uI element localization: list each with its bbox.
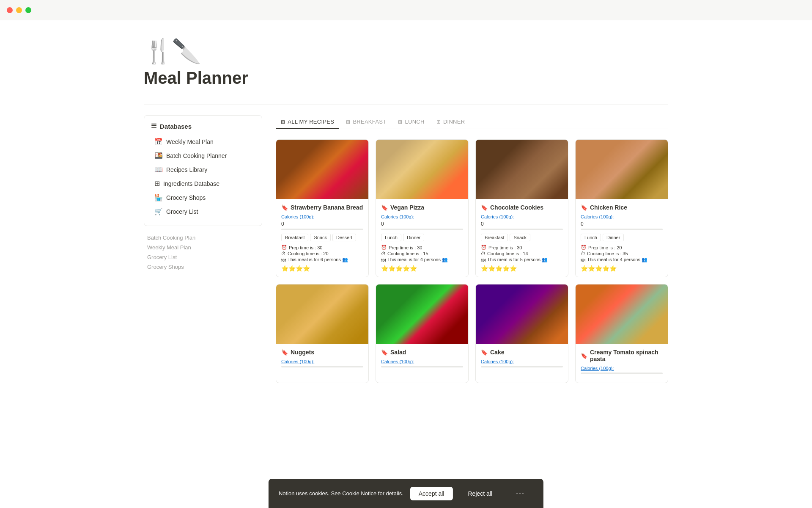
timer-icon: ⏱ — [281, 251, 286, 256]
calories-label[interactable]: Calories (100g): — [481, 359, 563, 364]
recipe-stars: ⭐⭐⭐⭐ — [281, 265, 363, 272]
page-header: 🍴🔪 Meal Planner — [144, 37, 668, 88]
maximize-button[interactable] — [25, 7, 31, 13]
persons: 🍽This meal is for 6 persons 👥 — [281, 257, 363, 262]
sidebar-item-ingredients-database[interactable]: ⊞ Ingredients Database — [151, 177, 255, 190]
cook-time: ⏱Cooking time is : 35 — [581, 251, 663, 256]
sidebar-item-weekly-meal-plan[interactable]: 📅 Weekly Meal Plan — [151, 135, 255, 148]
calories-val: 0 — [381, 221, 463, 227]
cook-time: ⏱Cooking time is : 15 — [381, 251, 463, 256]
calories-label[interactable]: Calories (100g): — [281, 359, 363, 364]
recipe-card-cake[interactable]: 🔖 Cake Calories (100g): — [475, 284, 568, 383]
clock-icon: ⏰ — [381, 245, 387, 250]
minimize-button[interactable] — [16, 7, 22, 13]
calories-bar — [581, 229, 663, 230]
tab-lunch-icon: ⊞ — [398, 119, 402, 125]
fork-icon: 🍽 — [281, 257, 286, 262]
calories-label[interactable]: Calories (100g): — [381, 214, 463, 219]
recipe-tags: LunchDinner — [381, 234, 463, 241]
grid-icon: ⊞ — [154, 179, 160, 188]
sidebar-item-label: Grocery List — [166, 208, 198, 215]
recipe-tag: Dinner — [603, 234, 624, 241]
recipe-tag: Lunch — [381, 234, 401, 241]
tab-lunch-label: LUNCH — [405, 119, 425, 125]
recipe-card-vegan-pizza[interactable]: 🔖 Vegan Pizza Calories (100g): 0 LunchDi… — [376, 139, 469, 277]
calories-bar — [481, 366, 563, 367]
sidebar-link-batch-cooking-plan[interactable]: Batch Cooking Plan — [144, 233, 262, 243]
calories-label[interactable]: Calories (100g): — [481, 214, 563, 219]
cart-icon: 🛒 — [154, 207, 163, 215]
recipe-image — [576, 140, 668, 199]
prep-time: ⏰Prep time is : 30 — [481, 245, 563, 250]
recipe-name: 🔖 Creamy Tomato spinach pasta — [581, 349, 663, 362]
bookmark-icon: 🔖 — [581, 204, 587, 211]
tabs: ⊞ ALL MY RECIPES ⊞ BREAKFAST ⊞ LUNCH ⊞ D… — [276, 115, 668, 129]
tab-all-icon: ⊞ — [281, 119, 285, 125]
recipe-image — [476, 140, 568, 199]
recipe-image — [476, 284, 568, 344]
databases-header: ☰ Databases — [151, 122, 255, 130]
clock-icon: ⏰ — [281, 245, 287, 250]
recipe-card-strawberry-banana-bread[interactable]: 🔖 Strawberry Banana Bread Calories (100g… — [276, 139, 369, 277]
calories-bar — [281, 366, 363, 367]
recipe-name: 🔖 Vegan Pizza — [381, 204, 463, 211]
bookmark-icon: 🔖 — [481, 349, 488, 356]
recipe-name: 🔖 Strawberry Banana Bread — [281, 204, 363, 211]
titlebar — [0, 0, 812, 20]
fork-icon: 🍽 — [381, 257, 386, 262]
calories-label[interactable]: Calories (100g): — [581, 214, 663, 219]
persons: 🍽This meal is for 4 persons 👥 — [581, 257, 663, 262]
calories-label[interactable]: Calories (100g): — [581, 366, 663, 371]
calendar-icon: 📅 — [154, 138, 163, 146]
bookmark-icon: 🔖 — [281, 204, 288, 211]
recipe-image — [276, 140, 368, 199]
sidebar-item-batch-cooking-planner[interactable]: 🍱 Batch Cooking Planner — [151, 149, 255, 162]
recipe-tag: Breakfast — [281, 234, 308, 241]
recipe-name: 🔖 Chicken Rice — [581, 204, 663, 211]
fork-icon: 🍽 — [581, 257, 585, 262]
recipe-name: 🔖 Chocolate Cookies — [481, 204, 563, 211]
calories-bar — [581, 373, 663, 374]
tab-all-my-recipes[interactable]: ⊞ ALL MY RECIPES — [276, 115, 339, 129]
recipe-card-chicken-rice[interactable]: 🔖 Chicken Rice Calories (100g): 0 LunchD… — [575, 139, 668, 277]
clock-icon: ⏰ — [481, 245, 487, 250]
recipe-card-creamy-tomato-pasta[interactable]: 🔖 Creamy Tomato spinach pasta Calories (… — [575, 284, 668, 383]
bookmark-icon: 🔖 — [281, 349, 288, 356]
tab-dinner[interactable]: ⊞ DINNER — [431, 115, 470, 129]
recipe-card-nuggets[interactable]: 🔖 Nuggets Calories (100g): — [276, 284, 369, 383]
clock-icon: ⏰ — [581, 245, 587, 250]
sidebar-link-grocery-list[interactable]: Grocery List — [144, 252, 262, 262]
close-button[interactable] — [7, 7, 13, 13]
sidebar-item-grocery-shops[interactable]: 🏪 Grocery Shops — [151, 191, 255, 204]
sidebar-link-grocery-shops[interactable]: Grocery Shops — [144, 262, 262, 272]
calories-val: 0 — [481, 221, 563, 227]
recipe-name: 🔖 Salad — [381, 349, 463, 356]
sidebar-link-weekly-meal-plan[interactable]: Weekly Meal Plan — [144, 243, 262, 252]
persons: 🍽This meal is for 4 persons 👥 — [381, 257, 463, 262]
bookmark-icon: 🔖 — [581, 353, 587, 359]
timer-icon: ⏱ — [581, 251, 585, 256]
tab-dinner-label: DINNER — [443, 119, 465, 125]
recipe-grid: 🔖 Strawberry Banana Bread Calories (100g… — [276, 139, 668, 383]
recipe-tags: BreakfastSnackDessert — [281, 234, 363, 241]
bookmark-icon: 🔖 — [481, 204, 488, 211]
recipe-image — [376, 284, 468, 344]
cook-time: ⏱Cooking time is : 20 — [281, 251, 363, 256]
tab-breakfast[interactable]: ⊞ BREAKFAST — [341, 115, 391, 129]
tab-breakfast-label: BREAKFAST — [353, 119, 386, 125]
recipe-tag: Dinner — [403, 234, 424, 241]
sidebar-item-recipes-library[interactable]: 📖 Recipes Library — [151, 163, 255, 176]
calories-label[interactable]: Calories (100g): — [381, 359, 463, 364]
page-title: Meal Planner — [144, 69, 668, 88]
recipe-card-salad[interactable]: 🔖 Salad Calories (100g): — [376, 284, 469, 383]
sidebar-item-grocery-list[interactable]: 🛒 Grocery List — [151, 205, 255, 218]
recipe-stars: ⭐⭐⭐⭐⭐ — [481, 265, 563, 272]
bookmark-icon: 🔖 — [381, 349, 388, 356]
tab-lunch[interactable]: ⊞ LUNCH — [393, 115, 429, 129]
page-divider — [144, 105, 668, 105]
recipe-card-chocolate-cookies[interactable]: 🔖 Chocolate Cookies Calories (100g): 0 B… — [475, 139, 568, 277]
prep-time: ⏰Prep time is : 30 — [381, 245, 463, 250]
calories-label[interactable]: Calories (100g): — [281, 214, 363, 219]
recipe-stars: ⭐⭐⭐⭐⭐ — [581, 265, 663, 272]
timer-icon: ⏱ — [481, 251, 486, 256]
